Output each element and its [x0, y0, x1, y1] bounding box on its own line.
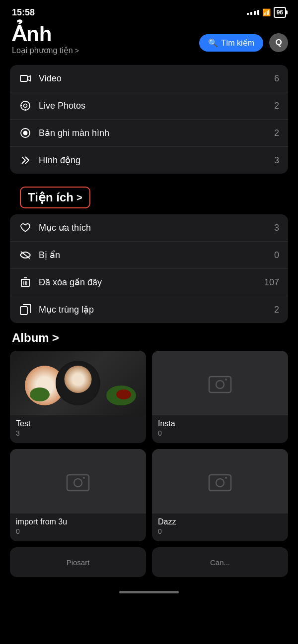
media-type-count: 2 [274, 128, 279, 138]
album-thumbnail [10, 449, 146, 514]
list-item[interactable]: Mục trùng lặp 2 [10, 296, 288, 323]
svg-rect-20 [67, 475, 89, 491]
utilities-heading-wrapper: Tiện ích > [0, 182, 298, 208]
utility-label: Mục ưa thích [39, 222, 270, 233]
status-time: 15:58 [12, 7, 35, 18]
album-thumbnail [10, 351, 146, 415]
album-heading[interactable]: Album > [12, 331, 286, 345]
album-info: Test 3 [10, 415, 146, 443]
utilities-heading[interactable]: Tiện ích > [20, 187, 90, 208]
status-bar: 15:58 📶 96 [0, 0, 298, 22]
list-item[interactable]: Mục ưa thích 3 [10, 214, 288, 242]
list-item[interactable]: Live Photos 2 [10, 92, 288, 120]
utility-count: 107 [264, 277, 279, 288]
media-type-label: Live Photos [39, 101, 270, 111]
animated-icon [19, 154, 32, 167]
avatar-label: Q [275, 38, 282, 48]
media-types-list: Video 6 Live Photos 2 [10, 65, 288, 174]
svg-point-21 [74, 479, 82, 487]
list-item[interactable]: Bản ghi màn hình 2 [10, 120, 288, 147]
video-icon [19, 72, 32, 85]
album-card-partial[interactable]: Can... [152, 547, 288, 577]
svg-point-8 [23, 131, 28, 135]
album-name: Dazz [158, 517, 282, 526]
search-button[interactable]: 🔍 Tìm kiếm [199, 34, 263, 52]
album-placeholder-icon [10, 449, 146, 514]
album-info: Insta 0 [152, 415, 288, 443]
album-info: Dazz 0 [152, 514, 288, 541]
signal-icon [247, 10, 259, 15]
svg-rect-16 [20, 307, 27, 315]
favorites-icon [19, 221, 32, 234]
album-card[interactable]: import from 3u 0 [10, 449, 146, 541]
album-name: Insta [158, 419, 282, 428]
album-card-partial[interactable]: Piosart [10, 547, 146, 577]
hidden-icon [19, 249, 32, 261]
album-count: 0 [158, 527, 282, 535]
media-type-label: Hình động [39, 155, 270, 166]
utilities-heading-label: Tiện ích [28, 191, 74, 204]
media-types-section: Video 6 Live Photos 2 [10, 65, 288, 174]
album-name: Test [16, 419, 140, 428]
search-icon: 🔍 [208, 38, 218, 48]
album-placeholder-icon [152, 449, 288, 514]
album-thumb-image [10, 351, 146, 415]
wifi-icon: 📶 [262, 8, 271, 16]
svg-point-2 [24, 104, 27, 108]
utility-label: Đã xóa gần đây [39, 277, 260, 288]
list-item[interactable]: Bị ẩn 0 [10, 242, 288, 269]
battery-indicator: 96 [274, 7, 286, 18]
media-type-label: Bản ghi màn hình [39, 128, 270, 138]
utility-count: 0 [274, 250, 279, 260]
svg-point-25 [225, 477, 227, 479]
utility-count: 3 [274, 223, 279, 233]
svg-point-18 [216, 381, 224, 388]
album-placeholder-icon [152, 351, 288, 415]
album-count: 0 [158, 429, 282, 437]
album-chevron: > [52, 331, 59, 345]
duplicate-icon [19, 303, 32, 316]
album-thumbnail [152, 449, 288, 514]
utilities-list: Mục ưa thích 3 Bị ẩn 0 [10, 214, 288, 323]
avatar-button[interactable]: Q [269, 33, 288, 52]
album-label-partial: Can... [210, 558, 230, 567]
album-card[interactable]: Insta 0 [152, 351, 288, 443]
album-card[interactable]: Dazz 0 [152, 449, 288, 541]
list-item[interactable]: Hình động 3 [10, 147, 288, 174]
album-name: import from 3u [16, 517, 140, 526]
bottom-bar [0, 582, 298, 598]
deleted-icon [19, 276, 32, 289]
svg-rect-17 [209, 377, 231, 392]
utility-count: 2 [274, 305, 279, 315]
svg-point-24 [216, 479, 224, 487]
utility-label: Mục trùng lặp [39, 304, 270, 315]
album-card[interactable]: Test 3 [10, 351, 146, 443]
album-count: 3 [16, 429, 140, 437]
svg-point-22 [83, 477, 85, 479]
media-type-count: 6 [274, 73, 279, 84]
breadcrumb-text: Loại phương tiện [12, 46, 73, 55]
utilities-chevron: > [76, 192, 82, 203]
list-item[interactable]: Video 6 [10, 65, 288, 92]
svg-rect-0 [20, 75, 27, 81]
album-label-partial: Piosart [67, 558, 90, 567]
media-type-label: Video [39, 73, 270, 84]
album-count: 0 [16, 527, 140, 535]
svg-point-1 [21, 101, 30, 110]
list-item[interactable]: Đã xóa gần đây 107 [10, 269, 288, 296]
screen-record-icon [19, 127, 32, 139]
status-icons: 📶 96 [247, 7, 286, 18]
album-info: import from 3u 0 [10, 514, 146, 541]
bottom-albums-row: Piosart Can... [10, 547, 288, 577]
live-photo-icon [19, 99, 32, 112]
home-indicator [119, 591, 179, 593]
search-label: Tìm kiếm [221, 38, 254, 48]
breadcrumb-chevron: > [75, 47, 79, 55]
header: Ảnh Loại phương tiện > 🔍 Tìm kiếm Q [0, 22, 298, 60]
header-right: 🔍 Tìm kiếm Q [199, 33, 288, 55]
app-title: Ảnh [12, 24, 79, 45]
header-left: Ảnh Loại phương tiện > [12, 24, 79, 55]
breadcrumb[interactable]: Loại phương tiện > [12, 46, 79, 55]
album-heading-label: Album [12, 331, 49, 345]
utilities-section: Mục ưa thích 3 Bị ẩn 0 [10, 214, 288, 323]
